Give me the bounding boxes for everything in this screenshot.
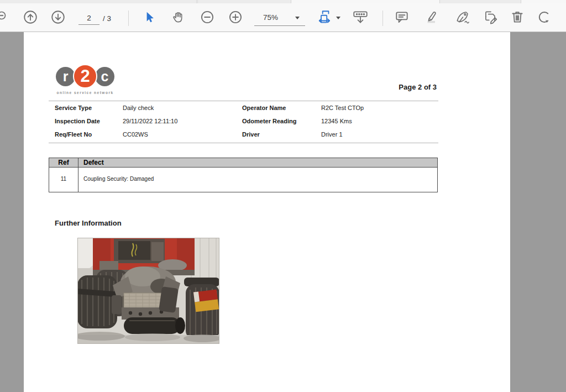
zoom-out-icon[interactable] (197, 7, 217, 27)
toolbar-separator (382, 11, 383, 26)
next-page-icon[interactable] (48, 7, 68, 27)
info-label: Driver (242, 131, 260, 138)
hand-tool-icon[interactable] (168, 7, 188, 27)
sign-icon[interactable] (453, 7, 473, 27)
logo-circle-2: 2 (73, 64, 97, 88)
zoom-level-value: 75% (263, 13, 278, 22)
column-header-ref: Ref (49, 159, 78, 166)
toolbar-separator (128, 11, 129, 26)
logo-circle-r: r (56, 67, 75, 86)
delete-icon[interactable] (507, 7, 527, 27)
page-scrolling-icon[interactable] (350, 7, 370, 27)
info-value: Daily check (123, 104, 154, 111)
search-icon[interactable] (0, 7, 11, 27)
select-tool-icon[interactable] (139, 7, 159, 27)
pdf-page: r 2 c online service network Page 2 of 3… (24, 32, 510, 392)
defect-table-header: Ref Defect (49, 158, 437, 168)
defect-ref: 11 (49, 176, 78, 182)
r2c-logo: r 2 c online service network (56, 64, 116, 95)
info-label: Service Type (55, 104, 92, 111)
chevron-down-icon[interactable] (336, 17, 340, 19)
defect-description: Coupling Security: Damaged (83, 176, 154, 182)
comment-icon[interactable] (392, 7, 412, 27)
chevron-down-icon (295, 17, 300, 19)
info-label: Req/Fleet No (55, 131, 92, 138)
zoom-level-dropdown[interactable]: 75% (254, 11, 305, 26)
fit-width-icon[interactable] (315, 7, 335, 27)
further-information-heading: Further Information (55, 219, 122, 227)
column-divider (78, 158, 78, 192)
defect-table: Ref Defect 11 Coupling Security: Damaged (49, 158, 438, 192)
column-header-defect: Defect (83, 159, 104, 166)
highlight-icon[interactable] (421, 7, 441, 27)
info-value: CC02WS (123, 131, 148, 138)
fill-and-sign-icon[interactable] (481, 7, 501, 27)
divider (49, 101, 438, 101)
logo-tagline: online service network (56, 91, 114, 95)
zoom-in-icon[interactable] (226, 7, 245, 27)
rotate-icon[interactable] (535, 7, 555, 27)
pdf-toolbar: / 3 75% (0, 3, 566, 32)
info-label: Inspection Date (55, 118, 100, 124)
info-value: Driver 1 (321, 131, 343, 138)
logo-circle-c: c (95, 67, 114, 86)
table-row: 11 Coupling Security: Damaged (49, 168, 437, 192)
defect-photo (77, 238, 219, 344)
info-value: R2C Test CTOp (321, 104, 364, 111)
info-label: Operator Name (242, 104, 286, 111)
info-value: 29/11/2022 12:11:10 (123, 118, 177, 124)
page-total-label: / 3 (103, 14, 111, 23)
divider (49, 143, 438, 143)
page-indicator: Page 2 of 3 (399, 83, 437, 91)
info-label: Odometer Reading (242, 118, 296, 124)
page-number-input[interactable] (78, 12, 99, 25)
document-canvas[interactable]: r 2 c online service network Page 2 of 3… (0, 32, 566, 392)
previous-page-icon[interactable] (20, 7, 40, 27)
info-value: 12345 Kms (321, 118, 352, 124)
